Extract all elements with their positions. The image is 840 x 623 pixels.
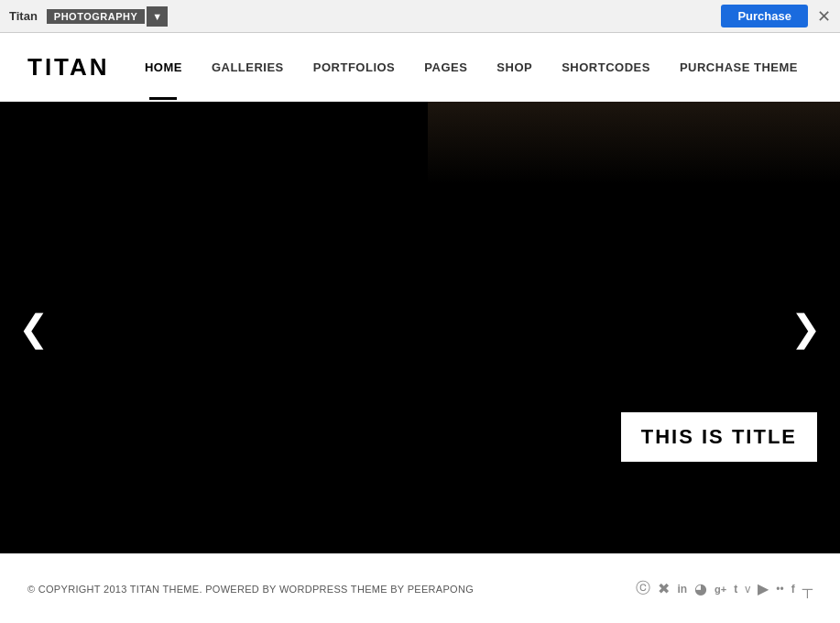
social-icons: ⓒ ✖ in ◕ g+ t v ▶ •• f ┬ [636,579,813,598]
site-logo[interactable]: TITAN [27,53,110,82]
nav-portfolios[interactable]: PORTFOLIOS [299,60,410,74]
nav-galleries[interactable]: GALLERIES [197,60,299,74]
googleplus-icon[interactable]: g+ [715,584,726,595]
pinterest-icon[interactable]: ✖ [658,580,670,597]
nav-pages[interactable]: PAGES [409,60,482,74]
nav-home[interactable]: HOME [130,60,197,74]
vimeo-icon[interactable]: v [745,583,750,596]
admin-bar: Titan PHOTOGRAPHY ▼ Purchase ✕ [0,0,840,33]
youtube-icon[interactable]: ▶ [758,580,769,597]
flickr-icon[interactable]: •• [776,583,783,596]
tumblr-icon[interactable]: t [734,583,737,596]
copyright-text: © COPYRIGHT 2013 TITAN THEME. POWERED BY… [27,584,474,595]
hero-slider: ❮ ❯ THIS IS TITLE [0,102,840,553]
purchase-button[interactable]: Purchase [721,5,808,27]
facebook-icon[interactable]: f [791,583,795,596]
dribbble-icon[interactable]: ◕ [694,580,707,597]
slide-title: THIS IS TITLE [621,412,817,462]
nav-shortcodes[interactable]: SHORTCODES [547,60,665,74]
site-name: Titan [9,9,38,23]
instagram-icon[interactable]: ⓒ [636,579,650,598]
slider-next-button[interactable]: ❯ [781,301,831,355]
theme-badge: PHOTOGRAPHY [47,9,145,24]
main-nav: HOME GALLERIES PORTFOLIOS PAGES SHOP SHO… [130,60,813,74]
slider-prev-button[interactable]: ❮ [9,301,59,355]
twitter-icon[interactable]: ┬ [802,581,813,597]
close-button[interactable]: ✕ [817,8,831,25]
theme-select-wrapper: PHOTOGRAPHY ▼ [47,6,168,27]
footer: © COPYRIGHT 2013 TITAN THEME. POWERED BY… [0,553,840,623]
nav-bar: TITAN HOME GALLERIES PORTFOLIOS PAGES SH… [0,33,840,102]
hero-image-hint [428,102,840,184]
linkedin-icon[interactable]: in [677,583,687,596]
nav-shop[interactable]: SHOP [482,60,547,74]
theme-dropdown-button[interactable]: ▼ [147,6,168,27]
nav-purchase-theme[interactable]: PURCHASE THEME [665,60,813,74]
